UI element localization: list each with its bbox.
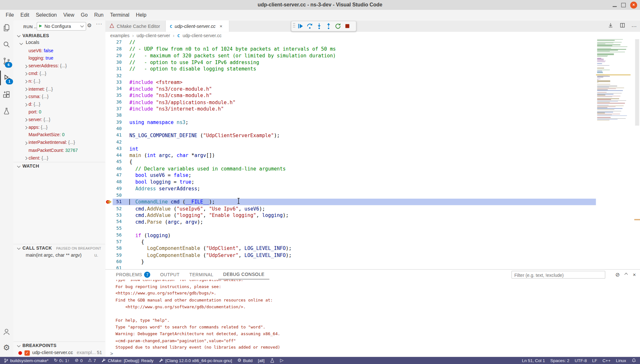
- code-line[interactable]: 27//: [105, 39, 640, 46]
- locals-scope-row[interactable]: Locals: [13, 39, 105, 47]
- status-item-bell[interactable]: [631, 358, 636, 363]
- code-line[interactable]: 48 bool logging = true;: [105, 179, 640, 186]
- variable-row[interactable]: apps: {...}: [13, 124, 105, 131]
- continue-icon[interactable]: [296, 21, 305, 30]
- menu-item-file[interactable]: File: [3, 10, 17, 21]
- code-line[interactable]: 60 }: [105, 259, 640, 265]
- code-line[interactable]: 37#include "ns3/internet-module.h": [105, 106, 640, 112]
- watch-section-header[interactable]: WATCH: [13, 162, 105, 170]
- code-line[interactable]: 59 LogComponentEnable ("UdpServer", LOG_…: [105, 252, 640, 259]
- status-item-play[interactable]: ▷: [280, 358, 283, 363]
- close-icon[interactable]: ×: [630, 1, 637, 8]
- code-line[interactable]: 30// - option to use IPv4 or IPv6 addres…: [105, 59, 640, 66]
- title-bar[interactable]: udp-client-server.cc - ns-3-dev - Visual…: [0, 0, 640, 10]
- console-line[interactable]: <https://www.gnu.org/software/gdb/bugs/>…: [115, 290, 636, 297]
- variable-row[interactable]: client: {...}: [13, 154, 105, 162]
- menu-item-run[interactable]: Run: [91, 10, 107, 21]
- variable-row[interactable]: logging: true: [13, 54, 105, 62]
- code-line[interactable]: 31// - option to disable logging stateme…: [105, 66, 640, 72]
- tab-cmake-cache-editor[interactable]: CMake Cache Editor: [105, 21, 165, 32]
- clear-console-icon[interactable]: ⊘: [615, 271, 620, 277]
- variable-row[interactable]: interPacketInterval: {...}: [13, 139, 105, 147]
- filter-input[interactable]: [512, 272, 605, 279]
- code-line[interactable]: 44main (int argc, char *argv[]): [105, 152, 640, 159]
- code-line[interactable]: 52 cmd.AddValue ("useIpv6", "Use Ipv6", …: [105, 205, 640, 212]
- status-item-linux[interactable]: Linux: [616, 358, 626, 363]
- testing-icon[interactable]: [0, 104, 13, 119]
- variable-row[interactable]: n: {...}: [13, 78, 105, 85]
- status-item-all[interactable]: [all]: [258, 358, 265, 363]
- drag-handle-icon[interactable]: [293, 22, 296, 30]
- status-item-7[interactable]: ⚠7: [88, 358, 96, 363]
- breadcrumb-item[interactable]: udp-client-server: [137, 33, 170, 38]
- code-line[interactable]: 49 Address serverAddress;: [105, 186, 640, 192]
- step-into-icon[interactable]: [315, 21, 324, 30]
- status-item-ln-51-col-1[interactable]: Ln 51, Col 1: [522, 358, 545, 363]
- code-line[interactable]: 33#include <fstream>: [105, 79, 640, 86]
- code-line[interactable]: 53 cmd.AddValue ("logging", "Enable logg…: [105, 212, 640, 219]
- status-item-flask[interactable]: [270, 358, 275, 363]
- debug-console-output[interactable]: Type "show configuration" for configurat…: [105, 280, 640, 350]
- variable-row[interactable]: csma: {...}: [13, 93, 105, 101]
- status-item-0-1[interactable]: ↻0↓ 1↑: [54, 358, 70, 363]
- code-line[interactable]: 51 CommandLine cmd (__FILE__);: [105, 199, 640, 205]
- menu-item-edit[interactable]: Edit: [17, 10, 33, 21]
- code-line[interactable]: 46 // Declare variables used in command-…: [105, 165, 640, 172]
- console-prompt[interactable]: >: [110, 351, 113, 357]
- variable-row[interactable]: serverAddress: {...}: [13, 62, 105, 70]
- status-item-utf-8[interactable]: UTF-8: [575, 358, 587, 363]
- status-item-cmake-debug-ready[interactable]: CMake: [Debug]: Ready: [101, 358, 154, 363]
- menu-item-terminal[interactable]: Terminal: [107, 10, 133, 21]
- breakpoint-checkbox[interactable]: ✓: [24, 350, 30, 356]
- variable-row[interactable]: d: {...}: [13, 101, 105, 108]
- minimize-icon[interactable]: [613, 6, 617, 7]
- more-actions-icon[interactable]: ⋯: [631, 23, 637, 29]
- menu-item-help[interactable]: Help: [133, 10, 150, 21]
- breadcrumb-item[interactable]: udp-client-server.cc: [182, 33, 221, 38]
- close-tab-icon[interactable]: ×: [220, 23, 223, 29]
- code-line[interactable]: 47 bool useV6 = false;: [105, 172, 640, 179]
- debug-config-dropdown[interactable]: ▶ No Configura: [37, 22, 86, 31]
- chevron-up-icon[interactable]: [625, 273, 628, 276]
- restart-icon[interactable]: [333, 21, 342, 30]
- status-item-spaces-2[interactable]: Spaces: 2: [550, 358, 569, 363]
- step-over-icon[interactable]: [305, 21, 314, 30]
- editor-scrollbar[interactable]: [634, 39, 640, 269]
- code-line[interactable]: 35#include "ns3/csma-module.h": [105, 92, 640, 99]
- call-stack-frame[interactable]: main(int argc, char ** argv) u.: [13, 252, 105, 259]
- variable-row[interactable]: MaxPacketSize: 0: [13, 131, 105, 139]
- scrollbar-thumb[interactable]: [635, 39, 639, 126]
- console-filter[interactable]: [511, 271, 605, 278]
- settings-gear-icon[interactable]: ⚙: [0, 340, 13, 355]
- menu-item-view[interactable]: View: [60, 10, 78, 21]
- code-line[interactable]: 41NS_LOG_COMPONENT_DEFINE ("UdpClientSer…: [105, 132, 640, 139]
- menu-item-selection[interactable]: Selection: [32, 10, 60, 21]
- variable-row[interactable]: maxPacketCount: 32767: [13, 146, 105, 154]
- code-line[interactable]: 45{: [105, 159, 640, 166]
- close-panel-icon[interactable]: ×: [633, 271, 636, 277]
- download-icon[interactable]: [608, 22, 613, 30]
- code-line[interactable]: 61: [105, 265, 640, 269]
- variable-row[interactable]: server: {...}: [13, 116, 105, 124]
- code-line[interactable]: 28// - UDP flow from n0 to n1 of 1024 by…: [105, 46, 640, 53]
- variable-row[interactable]: internet: {...}: [13, 85, 105, 93]
- status-item-build[interactable]: ⚙Build: [237, 358, 252, 363]
- menu-item-go[interactable]: Go: [78, 10, 91, 21]
- code-editor[interactable]: 27//28// - UDP flow from n0 to n1 of 102…: [105, 39, 640, 269]
- search-icon[interactable]: [0, 37, 13, 52]
- status-item-c[interactable]: C++: [602, 358, 611, 363]
- more-actions-icon[interactable]: ···: [96, 21, 102, 27]
- panel-tab-problems[interactable]: PROBLEMS7: [111, 269, 155, 279]
- code-line[interactable]: 39using namespace ns3;: [105, 119, 640, 126]
- code-line[interactable]: 56 if (logging): [105, 232, 640, 239]
- code-line[interactable]: 57 {: [105, 239, 640, 245]
- variable-row[interactable]: cmd: {...}: [13, 70, 105, 78]
- code-line[interactable]: 55: [105, 225, 640, 232]
- code-line[interactable]: 29// - maximum of 320 packets sent (or l…: [105, 53, 640, 59]
- step-out-icon[interactable]: [324, 21, 333, 30]
- extensions-icon[interactable]: [0, 87, 13, 102]
- stop-icon[interactable]: [343, 21, 352, 30]
- breakpoints-section-header[interactable]: BREAKPOINTS: [13, 341, 105, 349]
- code-line[interactable]: 40: [105, 126, 640, 132]
- status-item-clang-12-0-0-x86-64-pc-linux-gnu[interactable]: [Clang 12.0.0 x86_64-pc-linux-gnu]: [159, 358, 232, 363]
